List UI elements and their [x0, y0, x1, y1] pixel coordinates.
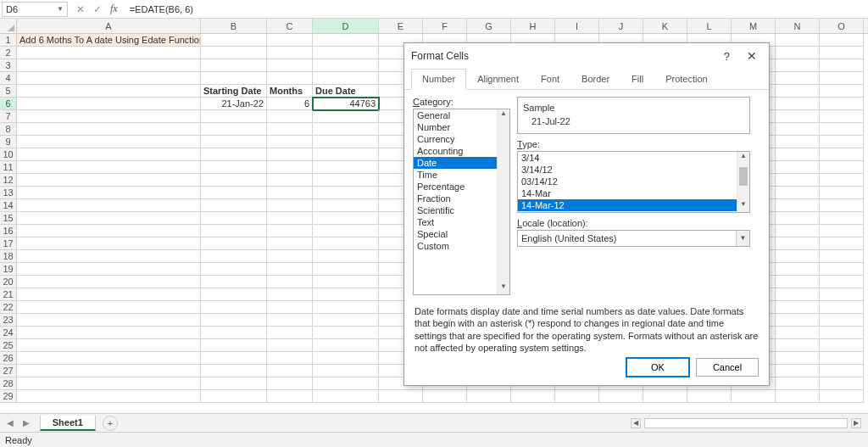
cell[interactable] — [820, 59, 864, 72]
cell[interactable] — [776, 327, 820, 339]
cell[interactable]: 6 — [267, 98, 313, 110]
cell[interactable] — [267, 34, 313, 47]
cell[interactable] — [776, 110, 820, 123]
dialog-tab[interactable]: Protection — [654, 69, 719, 89]
row-header[interactable]: 4 — [0, 72, 17, 85]
dialog-close-icon[interactable]: ✕ — [742, 49, 762, 63]
cell[interactable] — [687, 390, 732, 403]
row-header[interactable]: 17 — [0, 237, 17, 250]
category-item[interactable]: Percentage — [414, 181, 509, 193]
cell[interactable] — [267, 352, 313, 365]
cell[interactable] — [820, 263, 864, 276]
cell[interactable] — [820, 148, 864, 161]
name-box-dropdown-icon[interactable]: ▼ — [57, 5, 64, 13]
dialog-tab[interactable]: Fill — [620, 69, 654, 89]
cell[interactable] — [820, 301, 864, 314]
cell[interactable] — [267, 59, 313, 72]
row-header[interactable]: 16 — [0, 225, 17, 237]
cell[interactable] — [201, 136, 267, 148]
enter-formula-icon[interactable]: ✓ — [93, 3, 102, 15]
cell[interactable]: 21-Jan-22 — [201, 98, 267, 110]
cell[interactable] — [776, 212, 820, 225]
dialog-tab[interactable]: Font — [530, 69, 570, 89]
cell[interactable] — [313, 288, 379, 301]
cell[interactable] — [17, 327, 201, 339]
cell[interactable]: 44763 — [313, 98, 379, 110]
row-header[interactable]: 23 — [0, 314, 17, 327]
locale-combobox[interactable]: English (United States) ▼ — [517, 230, 750, 247]
type-listbox[interactable]: 3/143/14/1203/14/1214-Mar14-Mar-1214-Mar… — [517, 151, 750, 213]
cell[interactable] — [820, 339, 864, 352]
add-sheet-button[interactable]: + — [103, 416, 118, 431]
cell[interactable] — [17, 123, 201, 136]
row-header[interactable]: 2 — [0, 47, 17, 59]
sheet-tab[interactable]: Sheet1 — [40, 416, 96, 431]
cell[interactable] — [511, 390, 555, 403]
cell[interactable] — [820, 250, 864, 263]
cell[interactable] — [820, 225, 864, 237]
cell[interactable] — [643, 390, 687, 403]
cell[interactable] — [267, 377, 313, 390]
hscroll-track[interactable] — [644, 418, 848, 428]
cell[interactable] — [776, 59, 820, 72]
cell[interactable] — [17, 110, 201, 123]
cell[interactable] — [17, 161, 201, 174]
cell[interactable] — [776, 352, 820, 365]
cell[interactable] — [313, 187, 379, 199]
cell[interactable] — [423, 390, 467, 403]
cell[interactable] — [17, 237, 201, 250]
cell[interactable] — [313, 34, 379, 47]
cell[interactable] — [820, 327, 864, 339]
cell[interactable] — [17, 148, 201, 161]
row-header[interactable]: 27 — [0, 365, 17, 377]
cell[interactable] — [201, 59, 267, 72]
ok-button[interactable]: OK — [626, 358, 689, 377]
cell[interactable] — [820, 276, 864, 288]
cell[interactable] — [201, 288, 267, 301]
cell[interactable] — [201, 263, 267, 276]
dialog-help-icon[interactable]: ? — [724, 50, 730, 63]
scroll-up-icon[interactable]: ▲ — [737, 152, 749, 164]
sheet-nav-arrows[interactable]: ◀ ▶ — [0, 418, 40, 427]
cell[interactable] — [313, 276, 379, 288]
column-header[interactable]: M — [732, 19, 776, 33]
cell[interactable] — [201, 148, 267, 161]
cell[interactable]: Starting Date — [201, 85, 267, 98]
type-item[interactable]: 14-Mar-12 — [518, 211, 749, 213]
cell[interactable] — [313, 250, 379, 263]
type-scrollbar[interactable]: ▲ ▼ — [737, 152, 749, 212]
cell[interactable] — [17, 250, 201, 263]
cell[interactable] — [267, 161, 313, 174]
type-item[interactable]: 3/14/12 — [518, 164, 749, 176]
cell[interactable] — [820, 377, 864, 390]
cell[interactable] — [776, 72, 820, 85]
cell[interactable] — [17, 174, 201, 187]
cell[interactable] — [776, 161, 820, 174]
cell[interactable] — [313, 72, 379, 85]
row-header[interactable]: 20 — [0, 276, 17, 288]
name-box[interactable]: D6 ▼ — [2, 2, 68, 17]
cell[interactable] — [776, 123, 820, 136]
cell[interactable] — [267, 314, 313, 327]
row-header[interactable]: 1 — [0, 34, 17, 47]
cell[interactable] — [17, 352, 201, 365]
cell[interactable] — [820, 199, 864, 212]
cell[interactable] — [313, 199, 379, 212]
cell[interactable] — [820, 187, 864, 199]
cell[interactable] — [820, 352, 864, 365]
type-item[interactable]: 14-Mar-12 — [518, 199, 749, 211]
cell[interactable] — [201, 276, 267, 288]
category-item[interactable]: Currency — [414, 133, 509, 145]
cell[interactable] — [313, 174, 379, 187]
cell[interactable] — [201, 365, 267, 377]
cell[interactable] — [313, 148, 379, 161]
cell[interactable] — [201, 225, 267, 237]
scroll-thumb[interactable] — [739, 167, 748, 186]
cell[interactable] — [267, 263, 313, 276]
cell[interactable] — [313, 390, 379, 403]
column-header[interactable]: K — [643, 19, 687, 33]
cell[interactable] — [201, 174, 267, 187]
cell[interactable] — [201, 339, 267, 352]
category-item[interactable]: Time — [414, 169, 509, 181]
cell[interactable] — [267, 110, 313, 123]
